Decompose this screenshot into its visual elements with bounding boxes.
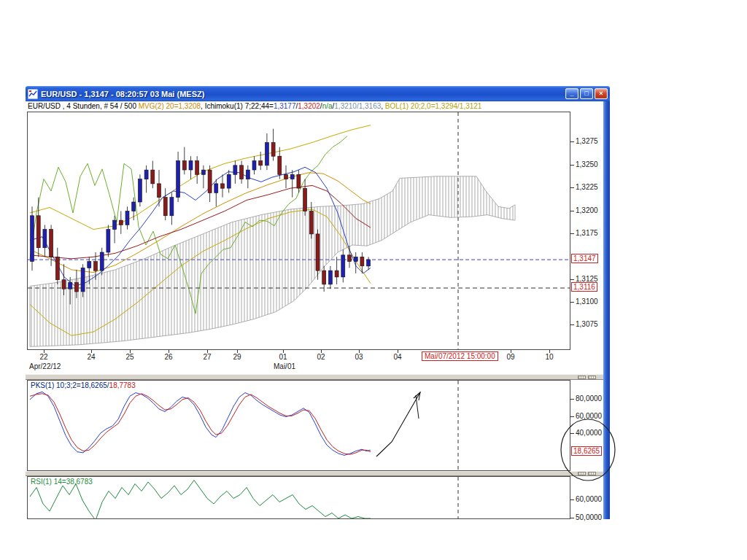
candle (55, 257, 59, 279)
time-axis-label: 24 (87, 353, 95, 361)
candle (278, 156, 282, 174)
panel-splitter[interactable] (26, 471, 603, 476)
titlebar[interactable]: EUR/USD - 1,3147 - 08:20:57 03 Mai (MESZ… (26, 86, 610, 101)
time-axis-sublabel: Mai/01 (274, 362, 295, 370)
candle (360, 257, 364, 266)
candle (43, 230, 47, 248)
candle (113, 220, 117, 230)
pks-main-line (30, 392, 371, 455)
stochastic-panel: PKS(1) 10;3;2=18,6265/18,7783 80,000060,… (26, 380, 603, 471)
price-axis-label: 1,3225 (576, 183, 598, 191)
candle (31, 216, 34, 262)
price-axis-label: 1,3275 (576, 137, 598, 145)
panel-splitter[interactable] (26, 374, 603, 380)
window-body: EUR/USD , 4 Stunden, # 54 / 500 MVG(2) 2… (26, 101, 603, 519)
main-plot[interactable] (27, 112, 570, 350)
indicator-header: EUR/USD , 4 Stunden, # 54 / 500 MVG(2) 2… (26, 101, 603, 112)
candle (151, 170, 155, 184)
label-segment: EUR/USD , 4 Stunden, # 54 / 500 (28, 102, 139, 110)
stochastic-chart (28, 381, 570, 470)
candle (36, 216, 40, 248)
price-axis-label: 1,3100 (576, 298, 598, 306)
price-marker: 1,3147 (571, 254, 598, 263)
candle (100, 252, 104, 271)
candle (94, 262, 98, 271)
candle (158, 184, 161, 198)
axis-tick (570, 399, 574, 400)
candle (208, 170, 212, 192)
candle (240, 166, 244, 179)
splitter-button[interactable] (588, 472, 596, 475)
splitter-button[interactable] (578, 472, 586, 475)
time-axis-label: 26 (164, 353, 172, 361)
label-segment: 1,3202 (298, 102, 320, 110)
stochastic-axis: 80,000060,000040,000018,6265 (570, 380, 603, 471)
candle (354, 257, 357, 261)
rsi-line (30, 481, 371, 519)
candle (125, 211, 129, 225)
rsi-chart (28, 477, 570, 518)
axis-tick (570, 187, 574, 188)
candle (74, 282, 78, 292)
time-axis-label: 03 (355, 353, 363, 361)
label-segment: RSI(1) 14=38,6783 (31, 478, 93, 486)
axis-tick (570, 165, 574, 166)
price-axis-label: 1,3075 (576, 320, 598, 328)
axis-tick (570, 233, 574, 234)
window-title: EUR/USD - 1,3147 - 08:20:57 03 Mai (MESZ… (41, 90, 562, 98)
time-axis-label: 29 (233, 353, 241, 361)
candle (88, 262, 91, 268)
candle (132, 202, 136, 211)
splitter-button[interactable] (578, 376, 586, 379)
candle (341, 255, 345, 277)
axis-tick (570, 518, 574, 518)
axis-tick (570, 416, 574, 417)
axis-tick (570, 324, 574, 325)
chart-window: EUR/USD - 1,3147 - 08:20:57 03 Mai (MESZ… (26, 86, 610, 519)
label-segment: Ichimoku(1) 7;22;44= (205, 102, 274, 110)
annotation-stroke (416, 395, 419, 419)
candle (316, 234, 320, 271)
splitter-button[interactable] (588, 376, 596, 379)
rsi-plot[interactable]: RSI(1) 14=38,6783 (27, 476, 570, 519)
candle (62, 280, 66, 289)
window-right-border (603, 101, 610, 519)
value-axis-label: 60,0000 (576, 412, 602, 420)
time-axis-label: 27 (203, 353, 211, 361)
candle (335, 271, 338, 277)
label-segment: n/a (322, 102, 333, 110)
time-axis-label: 04 (393, 353, 401, 361)
axis-tick (570, 302, 574, 303)
candle (252, 161, 256, 171)
candle (182, 161, 186, 171)
candle (367, 260, 371, 266)
axis-tick (570, 211, 574, 211)
main-time-axis: 222425262729010203040910Apr/22/12Mai/01M… (27, 350, 570, 374)
time-axis-label: 22 (39, 353, 47, 361)
candle (348, 255, 352, 262)
candle (50, 230, 53, 257)
time-axis-label: 02 (317, 353, 325, 361)
rsi-panel: RSI(1) 14=38,6783 60,000050,0000 (26, 476, 603, 519)
axis-tick (570, 433, 574, 434)
candle (233, 166, 237, 175)
time-axis-label: 25 (125, 353, 133, 361)
label-segment: 1,3210/1,3163 (334, 102, 381, 110)
candle (221, 184, 225, 188)
price-marker: 1,3116 (571, 282, 597, 292)
axis-tick (570, 499, 574, 500)
price-axis-label: 1,3175 (576, 229, 598, 237)
label-segment: 18,7783 (109, 381, 136, 389)
time-axis-label: 10 (545, 353, 553, 361)
price-axis-label: 1,3200 (576, 206, 598, 214)
candle (69, 282, 72, 289)
candle (328, 271, 332, 284)
minimize-button[interactable]: _ (565, 88, 578, 99)
candle (138, 179, 142, 202)
restore-button[interactable]: □ (580, 88, 593, 99)
value-axis-label: 80,0000 (576, 394, 602, 402)
stochastic-plot[interactable]: PKS(1) 10;3;2=18,6265/18,7783 (27, 380, 570, 471)
rsi-label: RSI(1) 14=38,6783 (31, 478, 93, 486)
close-button[interactable]: × (595, 88, 608, 99)
rsi-axis: 60,000050,0000 (570, 476, 603, 519)
